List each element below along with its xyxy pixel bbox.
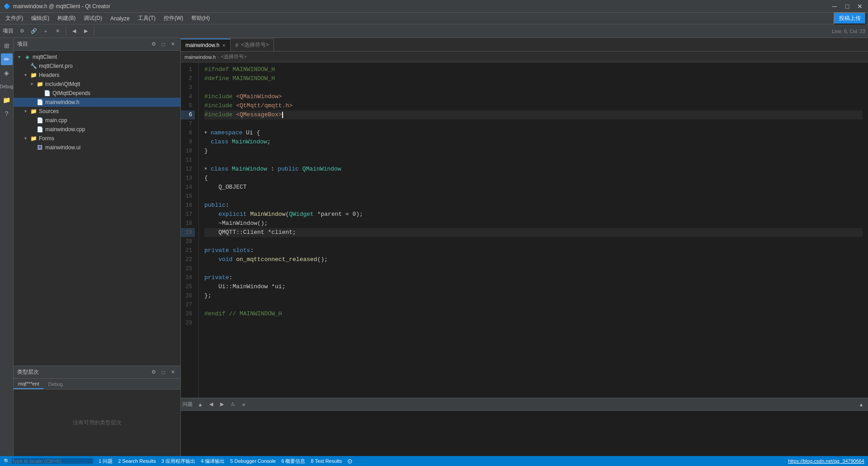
menu-edit[interactable]: 编辑(E)	[28, 14, 53, 23]
sidebar-help-button[interactable]: ?	[1, 108, 13, 119]
type-tab-mqttclient[interactable]: mqt***ent	[14, 379, 43, 389]
tree-item-include[interactable]: ▼ 📁 include\QtMqtt	[14, 80, 180, 89]
status-left: 🔍 1 问题 2 Search Results 3 应用程序输出 4 编译输出 …	[4, 457, 353, 465]
status-test-results[interactable]: 8 Test Results	[311, 458, 342, 464]
code-line-20	[204, 237, 863, 246]
bottom-nav-prev[interactable]: ◀	[206, 399, 216, 409]
sources-arrow: ▼	[24, 109, 30, 114]
breadcrumb-symbol[interactable]: <选择符号>	[221, 53, 247, 60]
status-right: https://blog.csdn.net/qq_34790664	[788, 458, 864, 464]
status-overview[interactable]: 6 概要信息	[281, 458, 305, 465]
bottom-nav-next[interactable]: ▶	[217, 399, 227, 409]
editor-tab-symbol[interactable]: # <选择符号>	[231, 38, 274, 51]
maincpp-name: main.cpp	[45, 117, 67, 124]
bottom-tabs-bar: 问题 ▲ ◀ ▶ ⚠ ≡ ▲	[181, 398, 868, 411]
code-line-1: #ifndef MAINWINDOW_H	[204, 65, 863, 74]
code-line-28: #endif // MAINWINDOW_H	[204, 309, 863, 319]
tree-item-mainwindow-cpp[interactable]: 📄 mainwindow.cpp	[14, 125, 180, 134]
toolbar-filter-button[interactable]: ⚙	[17, 26, 27, 36]
bottom-filter-btn[interactable]: ≡	[239, 399, 249, 409]
panel-header-buttons: ⚙ □ ✕	[150, 40, 177, 48]
code-editor[interactable]: 1 2 3 4 5 6 7 8 9 10 11 12 13 14 15 16 1…	[181, 62, 868, 398]
menu-control[interactable]: 控件(W)	[160, 14, 187, 23]
tree-item-qtmqtt[interactable]: 📄 QtMqttDepends	[14, 89, 180, 98]
panel-expand-btn[interactable]: □	[159, 40, 167, 48]
toolbar-project-label: 项目	[3, 27, 14, 35]
type-panel-expand-btn[interactable]: □	[159, 368, 167, 376]
menu-help[interactable]: 帮助(H)	[188, 14, 213, 23]
toolbar-add-button[interactable]: +	[41, 26, 51, 36]
close-button[interactable]: ✕	[855, 2, 864, 11]
code-line-21: private slots:	[204, 246, 863, 255]
type-panel-title: 类型层次	[17, 368, 39, 376]
type-panel-tabs: mqt***ent Debug	[14, 379, 180, 390]
menu-analyze[interactable]: Analyze	[107, 14, 133, 23]
sidebar-debug-button[interactable]: Debug	[1, 81, 13, 92]
status-issues[interactable]: 1 问题	[99, 458, 113, 465]
tree-item-sources[interactable]: ▼ 📁 Sources	[14, 107, 180, 116]
tree-item-pro[interactable]: 🔧 mqttClient.pro	[14, 62, 180, 71]
menu-debug[interactable]: 调试(D)	[80, 14, 106, 23]
panel-filter-btn[interactable]: ⚙	[150, 40, 158, 48]
minimize-button[interactable]: ─	[830, 2, 839, 11]
status-link[interactable]: https://blog.csdn.net/qq_34790664	[788, 458, 864, 464]
title-bar: 🔷 mainwindow.h @ mqttClient - Qt Creator…	[0, 0, 868, 13]
bottom-warn-btn[interactable]: ⚠	[228, 399, 238, 409]
include-arrow: ▼	[30, 82, 36, 86]
menu-file[interactable]: 文件(F)	[2, 14, 27, 23]
code-line-17: explicit MainWindow(QWidget *parent = 0)…	[204, 210, 863, 219]
toolbar-close-button[interactable]: ✕	[52, 26, 62, 36]
toolbar-separator-2	[94, 27, 94, 35]
status-debugger-console[interactable]: 5 Debugger Console	[230, 458, 276, 464]
toolbar-link-button[interactable]: 🔗	[29, 26, 39, 36]
tree-root[interactable]: ▼ ◈ mqttClient	[14, 52, 180, 62]
bottom-nav-up[interactable]: ▲	[195, 399, 205, 409]
code-line-16: public:	[204, 201, 863, 210]
menu-build[interactable]: 构建(B)	[54, 14, 79, 23]
type-hierarchy-panel: 类型层次 ⚙ □ ✕ mqt***ent Debug 没有可用的类	[14, 366, 180, 456]
status-app-output[interactable]: 3 应用程序输出	[161, 458, 195, 465]
issues-label: 问题	[183, 401, 193, 408]
sidebar-welcome-button[interactable]: ⊞	[1, 40, 13, 52]
code-line-23	[204, 264, 863, 273]
tree-item-forms[interactable]: ▼ 📁 Forms	[14, 134, 180, 143]
root-name: mqttClient	[33, 54, 57, 60]
tree-item-mainwindow-h[interactable]: 📄 mainwindow.h	[14, 98, 180, 107]
file-tree[interactable]: ▼ ◈ mqttClient 🔧 mqttClient.pro ▼ 📁 Head…	[14, 51, 180, 366]
status-test-results-btn[interactable]: ⊙	[347, 457, 353, 465]
window-controls: ─ □ ✕	[830, 2, 864, 11]
type-tab-debug[interactable]: Debug	[43, 379, 67, 389]
tree-item-mainwindow-ui[interactable]: 🖼 mainwindow.ui	[14, 143, 180, 152]
editor-tab-mainwindow-h[interactable]: mainwindow.h ✕	[181, 38, 231, 51]
status-compile-output[interactable]: 4 编译输出	[201, 458, 225, 465]
sidebar-design-button[interactable]: ◈	[1, 67, 13, 79]
locate-input[interactable]	[12, 458, 93, 464]
tree-item-main-cpp[interactable]: 📄 main.cpp	[14, 116, 180, 125]
main-content: ⊞ ✏ ◈ Debug 📁 ? 项目 ⚙ □ ✕ ▼ ◈ mqttClient	[0, 38, 868, 456]
forms-arrow: ▼	[24, 136, 30, 141]
breadcrumb-filename[interactable]: mainwindow.h	[184, 54, 216, 60]
toolbar-nav-fwd[interactable]: ▶	[81, 26, 91, 36]
bottom-close-btn[interactable]: ▲	[856, 399, 866, 409]
maximize-button[interactable]: □	[843, 2, 852, 11]
code-content[interactable]: #ifndef MAINWINDOW_H #define MAINWINDOW_…	[199, 62, 868, 398]
code-line-15	[204, 192, 863, 201]
forms-name: Forms	[39, 135, 54, 142]
type-panel-settings-btn[interactable]: ⚙	[150, 368, 158, 376]
menu-tools[interactable]: 工具(T)	[134, 14, 159, 23]
toolbar-nav-back[interactable]: ◀	[69, 26, 79, 36]
mwui-name: mainwindow.ui	[45, 144, 80, 151]
headers-name: Headers	[39, 72, 59, 78]
csdn-upload-button[interactable]: 投稿上传	[834, 12, 866, 24]
pro-name: mqttClient.pro	[39, 63, 73, 69]
type-panel-close-btn[interactable]: ✕	[169, 368, 177, 376]
mwui-icon: 🖼	[36, 144, 43, 151]
tree-item-headers[interactable]: ▼ 📁 Headers	[14, 71, 180, 80]
sidebar-edit-button[interactable]: ✏	[1, 53, 13, 65]
code-line-12: ▼class MainWindow : public QMainWindow	[204, 165, 863, 174]
sidebar-project-button[interactable]: 📁	[1, 94, 13, 106]
tab-close-icon[interactable]: ✕	[222, 43, 226, 48]
panel-close-btn[interactable]: ✕	[169, 40, 177, 48]
status-search-results[interactable]: 2 Search Results	[118, 458, 156, 464]
root-icon: ◈	[24, 53, 31, 61]
